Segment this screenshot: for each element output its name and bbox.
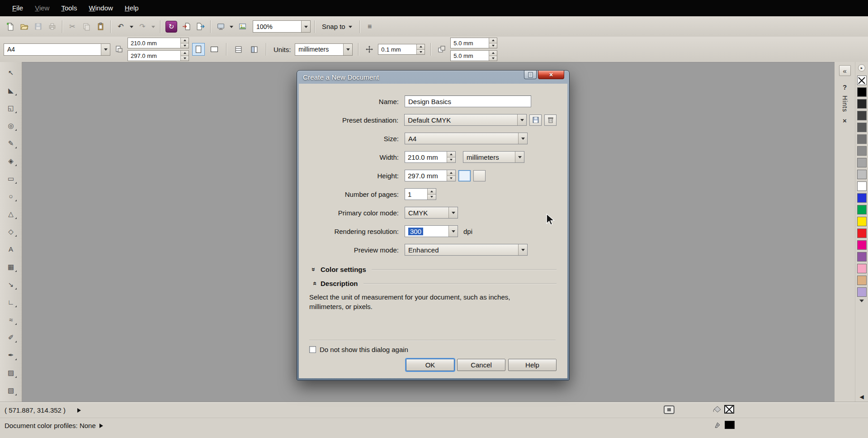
color-swatch[interactable] [857,205,867,214]
ok-button[interactable]: OK [406,359,454,371]
polygon-tool[interactable]: △ [4,208,18,220]
page-height-input[interactable]: 297.0 mm [127,50,189,61]
dropdown-arrow-icon[interactable] [101,44,110,55]
nudge-offset-input[interactable]: 0.1 mm [378,44,425,55]
table-tool[interactable]: ▦ [4,261,18,273]
dont-show-again-checkbox[interactable]: Do not show this dialog again [309,346,557,353]
dropdown-arrow-icon[interactable] [343,44,352,55]
basic-shapes-tool[interactable]: ◇ [4,225,18,238]
spin-buttons[interactable] [447,170,455,181]
description-section[interactable]: » Description [310,280,557,287]
coordinates-flyout-arrow-icon[interactable] [77,408,81,413]
spin-buttons[interactable] [180,38,189,48]
color-settings-section[interactable]: » Color settings [310,266,557,273]
number-of-pages-input[interactable]: 1 [405,188,436,200]
spin-buttons[interactable] [489,51,497,61]
dialog-close-button[interactable]: × [538,71,564,79]
color-swatch[interactable] [857,99,867,109]
paste-button[interactable] [94,20,107,33]
current-page-button[interactable] [248,43,260,56]
page-size-preset-select[interactable]: A4 [4,43,110,56]
portrait-button[interactable] [458,170,471,181]
copy-button[interactable] [80,20,93,33]
outline-color-indicator[interactable] [713,421,735,429]
landscape-orientation-button[interactable] [208,43,221,56]
no-color-swatch[interactable] [857,76,867,85]
portrait-orientation-button[interactable] [192,43,205,56]
help-button[interactable]: Help [508,359,557,371]
color-swatch[interactable] [857,134,867,144]
cancel-button[interactable]: Cancel [457,359,505,371]
outline-pen-tool[interactable]: ✒ [4,349,18,361]
display-button[interactable] [214,20,227,33]
print-button[interactable] [46,20,58,33]
redo-dropdown-button[interactable] [150,20,156,33]
color-swatch[interactable] [857,111,867,120]
snap-to-dropdown[interactable]: Snap to [318,23,356,30]
landscape-button[interactable] [473,170,486,181]
interactive-fill-tool[interactable]: ▧ [4,384,18,396]
dialog-titlebar[interactable]: Create a New Document × [299,71,567,84]
color-swatch[interactable] [857,193,867,203]
dialog-context-help-button[interactable] [524,71,537,79]
undo-dropdown-button[interactable] [128,20,135,33]
dropdown-arrow-icon[interactable] [518,133,527,144]
color-swatch[interactable] [857,229,867,238]
dropdown-arrow-icon[interactable] [518,244,527,255]
document-info-icon[interactable] [664,405,675,414]
spin-buttons[interactable] [447,152,455,162]
primary-color-mode-select[interactable]: CMYK [405,207,458,219]
options-button[interactable]: ≡ [363,20,376,33]
width-units-select[interactable]: millimeters [463,151,524,163]
width-input[interactable]: 210.0 mm [405,151,456,163]
undo-button[interactable]: ↶ [114,20,127,33]
text-tool[interactable]: A [4,243,18,255]
blend-tool[interactable]: ≈ [4,314,18,326]
open-button[interactable] [18,20,30,33]
image-button[interactable] [236,20,249,33]
palette-flyout-button[interactable]: ▸ [858,64,865,71]
color-swatch[interactable] [857,170,867,179]
close-hints-button[interactable]: × [843,117,847,124]
shape-tool[interactable]: ◣ [4,84,18,96]
spin-buttons[interactable] [427,189,436,200]
zoom-tool[interactable]: ◎ [4,119,18,132]
color-swatch[interactable] [857,264,867,273]
redo-button[interactable]: ↷ [136,20,149,33]
size-select[interactable]: A4 [405,133,528,144]
smart-fill-tool[interactable]: ◈ [4,155,18,167]
menu-file[interactable]: File [6,0,29,16]
duplicate-distance-y-input[interactable]: 5.0 mm [450,50,497,61]
eyedropper-tool[interactable]: ✐ [4,331,18,343]
color-swatch[interactable] [857,158,867,167]
delete-preset-button[interactable] [544,114,557,126]
color-swatch[interactable] [857,252,867,262]
page-width-input[interactable]: 210.0 mm [127,38,189,48]
color-swatch[interactable] [857,217,867,226]
save-button[interactable] [32,20,44,33]
color-swatch[interactable] [857,287,867,297]
collapse-dockers-button[interactable]: « [839,65,851,76]
color-swatch[interactable] [857,276,867,285]
dropdown-arrow-icon[interactable] [448,207,458,218]
color-swatch[interactable] [857,123,867,132]
freehand-tool[interactable]: ✎ [4,137,18,149]
all-pages-button[interactable] [232,43,245,56]
dropdown-arrow-icon[interactable] [517,114,526,125]
spin-buttons[interactable] [180,51,189,61]
color-swatch[interactable] [857,146,867,156]
menu-tools[interactable]: Tools [55,0,83,16]
color-swatch[interactable] [857,181,867,191]
hints-docker-tab[interactable]: ? Hints × [841,83,849,124]
rendering-resolution-select[interactable]: 300 [405,225,458,237]
dropdown-arrow-icon[interactable] [515,152,524,162]
menu-window[interactable]: Window [83,0,118,16]
preset-destination-select[interactable]: Default CMYK [404,114,527,126]
import-button[interactable] [180,20,193,33]
color-profiles-flyout-arrow-icon[interactable] [99,424,103,428]
name-input[interactable]: Design Basics [405,95,531,107]
dropdown-arrow-icon[interactable] [301,21,310,32]
dropdown-arrow-icon[interactable] [448,226,458,237]
zoom-level-select[interactable]: 100% [253,20,311,33]
dimension-tool[interactable]: ↘ [4,278,18,290]
